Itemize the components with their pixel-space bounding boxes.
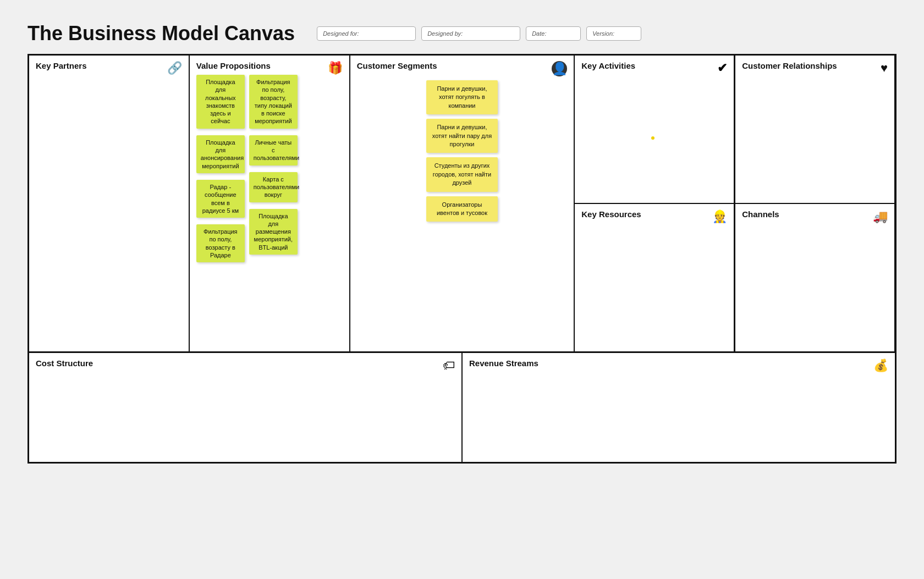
- vp-col-right: Фильтрация по полу, возрасту, типу локац…: [249, 75, 298, 266]
- vp-note-1: Площадка для локальных знакомств здесь и…: [196, 75, 245, 129]
- key-activities-title: Key Activities: [581, 61, 727, 70]
- date-field[interactable]: Date:: [526, 26, 581, 41]
- vp-note-3: Площадка для анонсирования мероприятий: [196, 135, 245, 173]
- header: The Business Model Canvas Designed for: …: [28, 22, 897, 45]
- person-icon: 👤: [552, 61, 567, 76]
- cost-structure-title: Cost Structure: [36, 359, 455, 368]
- cell-customer-segments: Customer Segments 👤 Парни и девушки, хот…: [350, 55, 575, 352]
- cell-value-propositions: Value Propositions 🎁 Площадка для локаль…: [189, 55, 350, 352]
- key-resources-title: Key Resources: [581, 209, 727, 219]
- page-container: The Business Model Canvas Designed for: …: [11, 11, 913, 475]
- money-icon: 💰: [873, 359, 888, 373]
- segments-col: Парни и девушки, хотят погулять в компан…: [357, 75, 568, 222]
- page-title: The Business Model Canvas: [28, 22, 295, 45]
- cell-key-resources: Key Resources 👷: [574, 203, 734, 352]
- customer-relationships-title: Customer Relationships: [742, 61, 888, 70]
- customer-segments-title: Customer Segments: [357, 61, 568, 70]
- vp-note-4: Личные чаты с пользователями: [249, 135, 298, 166]
- segment-note-4: Организаторы ивентов и тусовок: [426, 196, 498, 222]
- designed-for-label: Designed for:: [323, 30, 410, 37]
- date-label: Date:: [532, 30, 575, 37]
- vp-note-5: Радар - сообщение всем в радиусе 5 км: [196, 180, 245, 218]
- value-propositions-title: Value Propositions: [196, 61, 343, 70]
- heart-icon: ♥: [881, 61, 888, 75]
- key-partners-title: Key Partners: [36, 61, 182, 70]
- vp-note-8: Площадка для размещения мероприятий, BTL…: [249, 209, 298, 255]
- designed-by-field[interactable]: Designed by:: [421, 26, 520, 41]
- tag-icon: 🏷: [443, 359, 455, 373]
- vp-note-6: Карта с пользователями вокруг: [249, 172, 298, 202]
- canvas-wrapper: Key Partners 🔗 Key Activities ✔ Key Reso…: [28, 54, 897, 464]
- vp-notes-container: Площадка для локальных знакомств здесь и…: [196, 75, 343, 266]
- vp-note-7: Фильтрация по полу, возрасту в Радаре: [196, 224, 245, 262]
- truck-icon: 🚚: [873, 209, 888, 224]
- version-field[interactable]: Version:: [586, 26, 641, 41]
- cell-key-activities: Key Activities ✔: [574, 55, 734, 203]
- segment-note-3: Студенты из других городов, хотят найти …: [426, 157, 498, 191]
- vp-note-2: Фильтрация по полу, возрасту, типу локац…: [249, 75, 298, 129]
- decorative-dot: [651, 136, 654, 140]
- segment-note-1: Парни и девушки, хотят погулять в компан…: [426, 80, 498, 114]
- link-icon: 🔗: [167, 61, 182, 75]
- version-label: Version:: [592, 30, 635, 37]
- revenue-streams-title: Revenue Streams: [469, 359, 888, 368]
- designed-for-field[interactable]: Designed for:: [317, 26, 416, 41]
- cell-cost-structure: Cost Structure 🏷: [29, 352, 462, 462]
- designed-by-label: Designed by:: [427, 30, 514, 37]
- segment-note-2: Парни и девушки, хотят найти пару для пр…: [426, 119, 498, 153]
- cell-customer-relationships: Customer Relationships ♥: [735, 55, 895, 203]
- cell-key-partners: Key Partners 🔗: [29, 55, 189, 352]
- cell-revenue-streams: Revenue Streams 💰: [462, 352, 895, 462]
- bottom-section: Cost Structure 🏷 Revenue Streams 💰: [29, 352, 895, 462]
- check-icon: ✔: [717, 61, 727, 75]
- worker-icon: 👷: [712, 209, 727, 224]
- vp-col-left: Площадка для локальных знакомств здесь и…: [196, 75, 245, 266]
- channels-title: Channels: [742, 209, 888, 219]
- header-fields: Designed for: Designed by: Date: Version…: [317, 26, 897, 41]
- cell-channels: Channels 🚚: [735, 203, 895, 352]
- gift-icon: 🎁: [328, 61, 343, 75]
